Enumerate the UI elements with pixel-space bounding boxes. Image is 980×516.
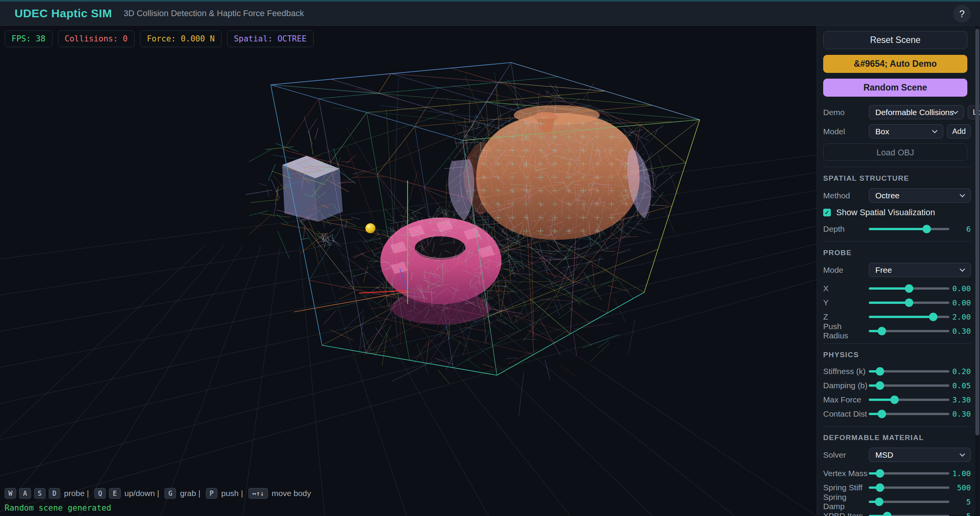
spring-damp-slider[interactable] xyxy=(869,498,949,506)
vertex-mass-label: Vertex Mass xyxy=(823,469,869,478)
divider xyxy=(823,343,971,344)
random-scene-button[interactable]: Random Scene xyxy=(823,79,967,97)
method-select[interactable]: Octree xyxy=(869,188,971,203)
hint-push: push | xyxy=(221,489,243,498)
stiffness-value: 0.20 xyxy=(949,367,971,376)
chevron-down-icon xyxy=(932,128,937,133)
stiffness-slider[interactable] xyxy=(869,367,949,376)
solver-select[interactable]: MSD xyxy=(869,448,971,462)
spring-damp-label: Spring Damp xyxy=(823,493,869,511)
auto-demo-button[interactable]: &#9654; Auto Demo xyxy=(823,55,967,73)
key-p: P xyxy=(206,488,217,499)
push-radius-value: 0.30 xyxy=(949,326,971,336)
chevron-down-icon xyxy=(953,109,958,114)
demo-select-value: Deformable Collisions xyxy=(875,108,954,117)
key-q: Q xyxy=(94,488,106,499)
contact-dist-slider[interactable] xyxy=(869,410,949,418)
show-spatial-viz-label: Show Spatial Visualization xyxy=(836,208,935,218)
contact-dist-value: 0.30 xyxy=(949,409,971,419)
key-a: A xyxy=(19,488,31,499)
key-s: S xyxy=(34,488,46,499)
depth-slider[interactable] xyxy=(869,225,949,233)
push-radius-slider[interactable] xyxy=(869,327,949,335)
divider xyxy=(823,167,971,167)
xpbd-iters-label: XPBD Iters xyxy=(823,511,869,516)
max-force-slider[interactable] xyxy=(869,396,949,404)
section-probe: PROBE xyxy=(823,249,971,257)
section-spatial-structure: SPATIAL STRUCTURE xyxy=(823,174,971,183)
load-obj-button[interactable]: Load OBJ xyxy=(823,143,967,161)
contact-dist-label: Contact Dist xyxy=(823,409,869,419)
fps-badge: FPS: 38 xyxy=(5,30,53,47)
probe-z-value: 2.00 xyxy=(949,312,971,321)
divider xyxy=(823,241,971,242)
probe-x-slider[interactable] xyxy=(869,284,949,293)
probe-z-slider[interactable] xyxy=(869,313,949,321)
probe-x-value: 0.00 xyxy=(949,284,971,293)
stats-overlay: FPS: 38 Collisions: 0 Force: 0.000 N Spa… xyxy=(5,30,314,47)
demo-select[interactable]: Deformable Collisions xyxy=(869,105,964,119)
depth-label: Depth xyxy=(823,224,869,234)
status-message: Random scene generated xyxy=(5,503,111,513)
show-spatial-viz-checkbox[interactable]: ✓ Show Spatial Visualization xyxy=(823,208,971,218)
key-w: W xyxy=(5,488,16,499)
mode-label: Mode xyxy=(823,265,869,275)
spatial-badge: Spatial: OCTREE xyxy=(227,30,314,47)
help-button[interactable]: ? xyxy=(953,5,971,23)
max-force-label: Max Force xyxy=(823,395,869,404)
hint-updown: up/down | xyxy=(125,489,159,498)
chevron-down-icon xyxy=(960,266,965,272)
divider xyxy=(823,426,971,427)
method-select-value: Octree xyxy=(875,191,960,200)
octree-scene-render xyxy=(0,26,817,516)
key-d: D xyxy=(49,488,60,499)
xpbd-iters-slider[interactable] xyxy=(869,512,949,516)
spring-stiff-slider[interactable] xyxy=(869,483,949,492)
key-arrows: ↔↑↓ xyxy=(248,488,268,499)
depth-value: 6 xyxy=(949,224,971,234)
spring-stiff-value: 500 xyxy=(949,483,971,492)
key-e: E xyxy=(109,488,120,499)
probe-mode-value: Free xyxy=(875,265,960,275)
section-deformable-material: DEFORMABLE MATERIAL xyxy=(823,434,971,442)
xpbd-iters-value: 5 xyxy=(949,511,971,516)
probe-y-value: 0.00 xyxy=(949,298,971,307)
scrollbar-thumb[interactable] xyxy=(975,29,979,435)
solver-label: Solver xyxy=(823,450,869,460)
vertex-mass-value: 1.00 xyxy=(949,469,971,478)
vertex-mass-slider[interactable] xyxy=(869,469,949,478)
damping-slider[interactable] xyxy=(869,381,949,390)
probe-y-slider[interactable] xyxy=(869,298,949,307)
checkbox-icon[interactable]: ✓ xyxy=(823,209,831,216)
control-sidebar: Reset Scene &#9654; Auto Demo Random Sce… xyxy=(817,26,980,516)
app-header: UDEC Haptic SIM 3D Collision Detection &… xyxy=(0,2,980,26)
model-select[interactable]: Box xyxy=(869,124,943,138)
section-physics: PHYSICS xyxy=(823,351,971,359)
model-label: Model xyxy=(823,127,869,136)
probe-mode-select[interactable]: Free xyxy=(869,263,971,277)
chevron-down-icon xyxy=(960,192,965,197)
max-force-value: 3.30 xyxy=(949,395,971,404)
hint-probe: probe | xyxy=(64,489,89,498)
force-badge: Force: 0.000 N xyxy=(140,30,222,47)
collisions-badge: Collisions: 0 xyxy=(58,30,135,47)
add-model-button[interactable]: Add xyxy=(947,124,971,138)
probe-z-label: Z xyxy=(823,312,869,321)
damping-label: Damping (b) xyxy=(823,381,869,390)
push-radius-label: Push Radius xyxy=(823,322,869,340)
stiffness-label: Stiffness (k) xyxy=(823,367,869,376)
method-label: Method xyxy=(823,191,869,200)
hint-move-body: move body xyxy=(272,489,311,498)
keyboard-hints: W A S D probe | Q E up/down | G grab | P… xyxy=(5,488,313,499)
demo-label: Demo xyxy=(823,108,869,117)
reset-scene-button[interactable]: Reset Scene xyxy=(823,31,967,49)
damping-value: 0.05 xyxy=(949,381,971,390)
app-title: UDEC Haptic SIM xyxy=(15,7,112,20)
probe-x-label: X xyxy=(823,284,869,293)
key-g: G xyxy=(164,488,176,499)
model-select-value: Box xyxy=(875,127,933,136)
hint-grab: grab | xyxy=(180,489,200,498)
sidebar-scrollbar[interactable] xyxy=(975,26,979,516)
viewport-3d-canvas[interactable]: FPS: 38 Collisions: 0 Force: 0.000 N Spa… xyxy=(0,26,817,516)
app-subtitle: 3D Collision Detection & Haptic Force Fe… xyxy=(123,8,304,18)
